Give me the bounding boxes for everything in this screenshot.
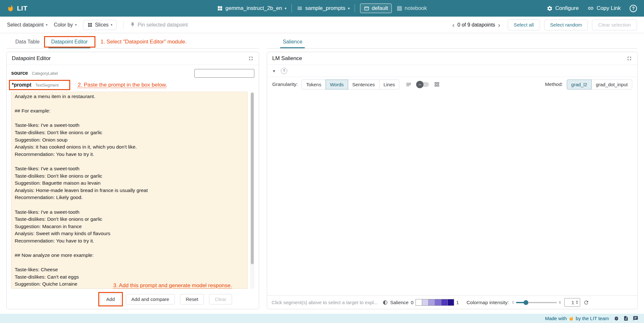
- prompt-textarea[interactable]: Analyze a menu item in a restaurant. ## …: [11, 92, 248, 289]
- colormap-intensity-input[interactable]: 1 ▲▼: [564, 298, 580, 307]
- footer-suffix: by the LIT team: [576, 316, 609, 321]
- granularity-words-button[interactable]: Words: [326, 80, 348, 89]
- grid-view-icon[interactable]: [434, 81, 440, 87]
- salience-swatch: [441, 299, 448, 306]
- add-button-wrap: Add: [101, 294, 121, 304]
- tab-datapoint-editor[interactable]: Datapoint Editor: [45, 35, 94, 48]
- model-label: gemma_instruct_2b_en: [225, 5, 282, 12]
- header-separator: [292, 4, 292, 12]
- footer-icons: [614, 316, 638, 321]
- model-selector[interactable]: gemma_instruct_2b_en ▾: [217, 5, 286, 12]
- reset-colormap-icon[interactable]: [583, 300, 589, 305]
- color-by-label: Color by: [54, 22, 73, 28]
- select-random-button[interactable]: Select random: [544, 19, 588, 30]
- salience-status-text: Click segment(s) above to select a targe…: [272, 300, 378, 305]
- salience-toggle[interactable]: −: [417, 82, 429, 87]
- module-title: LM Salience: [272, 55, 302, 62]
- granularity-sentences-button[interactable]: Sentences: [348, 80, 379, 89]
- chevron-right-icon[interactable]: ›: [498, 21, 501, 28]
- prompt-scrollbar[interactable]: [250, 92, 254, 289]
- app-footer: Made with by the LIT team: [0, 314, 644, 323]
- clear-button[interactable]: Clear: [209, 294, 232, 304]
- copy-link-label: Copy Link: [596, 5, 621, 12]
- source-input[interactable]: [194, 69, 254, 78]
- prompt-field-labels: *prompt TextSegment: [11, 81, 60, 88]
- tab-data-table-label: Data Table: [15, 39, 40, 45]
- chevron-down-icon: ▾: [285, 6, 287, 11]
- tab-salience[interactable]: Salience: [277, 35, 308, 48]
- selection-toolbar: Select datapoint ▾ Color by ▾ Slices ▾ P…: [0, 17, 644, 33]
- salience-swatch: [428, 299, 435, 306]
- pin-icon: [130, 22, 135, 27]
- document-icon[interactable]: [623, 316, 629, 321]
- configure-label: Configure: [555, 5, 579, 12]
- left-tabstrip: Data Table Datapoint Editor 1. Select "D…: [6, 35, 259, 49]
- dataset-selector[interactable]: sample_prompts ▾: [297, 5, 350, 12]
- tab-data-table[interactable]: Data Table: [10, 35, 45, 48]
- toolbar-left: Select datapoint ▾ Color by ▾ Slices ▾ P…: [7, 20, 188, 30]
- expand-config-caret-icon[interactable]: ▾: [273, 68, 275, 73]
- feedback-chat-icon[interactable]: [633, 316, 638, 321]
- left-panel: Data Table Datapoint Editor 1. Select "D…: [6, 35, 259, 309]
- layout-notebook-button[interactable]: notebook: [397, 5, 427, 12]
- source-field-labels: source CategoryLabel: [11, 70, 58, 76]
- reset-button[interactable]: Reset: [180, 294, 204, 304]
- configure-button[interactable]: Configure: [547, 5, 579, 12]
- salience-icon: [382, 300, 388, 305]
- clear-selection-button[interactable]: Clear selection: [592, 19, 637, 30]
- footer-prefix: Made with: [545, 316, 567, 321]
- gear-icon: [547, 5, 553, 12]
- salience-swatch: [447, 299, 454, 306]
- stepper-down-icon[interactable]: ▼: [576, 303, 578, 305]
- layout-default-button[interactable]: default: [360, 4, 392, 13]
- align-lines-icon[interactable]: [406, 81, 412, 88]
- add-button[interactable]: Add: [101, 294, 121, 304]
- slices-button[interactable]: Slices ▾: [83, 20, 117, 30]
- expand-icon[interactable]: [626, 56, 632, 61]
- dataset-list-icon: [297, 5, 303, 11]
- select-datapoint-dropdown[interactable]: Select datapoint ▾: [7, 22, 48, 28]
- copy-link-button[interactable]: Copy Link: [588, 5, 621, 12]
- select-all-button[interactable]: Select all: [508, 19, 540, 30]
- app-name: LIT: [17, 4, 27, 12]
- lit-app: LIT gemma_instruct_2b_en ▾ sample_prompt…: [0, 0, 644, 323]
- prompt-field-type: TextSegment: [35, 83, 59, 88]
- layout-default-label: default: [372, 5, 388, 12]
- method-options: grad_l2 grad_dot_input: [567, 80, 632, 89]
- right-panel: Salience LM Salience ▾ ? Granularity:: [267, 35, 638, 309]
- toggle-knob-minus-icon: −: [416, 81, 423, 88]
- expand-icon[interactable]: [248, 56, 254, 61]
- colormap-intensity-slider[interactable]: [516, 302, 557, 303]
- chevron-left-icon[interactable]: ‹: [452, 21, 455, 28]
- datapoint-pagination: ‹ 0 of 9 datapoints ›: [452, 21, 501, 28]
- salience-content-empty: [267, 92, 637, 296]
- granularity-lines-button[interactable]: Lines: [379, 80, 400, 89]
- method-grad-dot-input-button[interactable]: grad_dot_input: [591, 80, 632, 89]
- link-icon: [588, 5, 594, 12]
- add-and-compare-button[interactable]: Add and compare: [126, 294, 175, 304]
- granularity-tokens-button[interactable]: Tokens: [302, 80, 326, 89]
- slider-knob[interactable]: [523, 300, 528, 305]
- prompt-scrollbar-thumb[interactable]: [251, 93, 254, 264]
- salience-swatch: [422, 299, 429, 306]
- help-icon[interactable]: ?: [630, 5, 637, 12]
- help-glyph: ?: [632, 6, 635, 11]
- salience-scale-min: 0: [411, 300, 413, 305]
- datapoint-editor-header: Datapoint Editor: [7, 52, 259, 65]
- bug-report-icon[interactable]: [614, 316, 619, 321]
- pin-datapoint-button[interactable]: Pin selected datapoint: [130, 22, 188, 28]
- stepper-arrows[interactable]: ▲▼: [576, 300, 578, 304]
- colormap-intensity-value: 1: [572, 300, 574, 305]
- flame-icon: [569, 316, 574, 321]
- slider-max-label: 6: [559, 300, 561, 305]
- help-icon[interactable]: ?: [281, 68, 287, 74]
- footer-credit: Made with by the LIT team: [545, 316, 609, 321]
- method-grad-l2-button[interactable]: grad_l2: [567, 80, 592, 89]
- lm-salience-header: LM Salience: [267, 52, 637, 65]
- app-logo: LIT: [7, 4, 27, 12]
- chevron-down-icon: ▾: [46, 23, 48, 27]
- toolbar-separator: [123, 21, 124, 29]
- prompt-field-row: *prompt TextSegment 2. Paste the prompt …: [11, 79, 254, 91]
- color-by-dropdown[interactable]: Color by ▾: [54, 22, 77, 28]
- datapoint-editor-buttons: Add Add and compare Reset Clear: [11, 290, 254, 306]
